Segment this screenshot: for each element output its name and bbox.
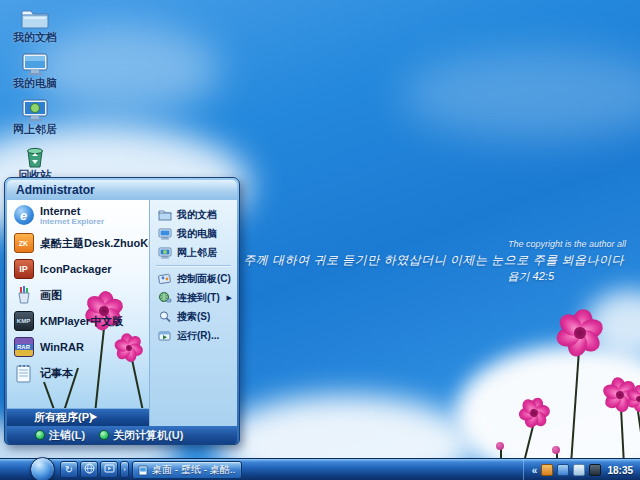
menu-item-label: 控制面板(C) — [177, 272, 231, 286]
tray-network-icon[interactable] — [557, 464, 569, 476]
flower-bud — [496, 442, 504, 450]
desktop-icons: 我的文档 我的电脑 网上邻居 回收站 — [4, 6, 66, 190]
connect-to-icon — [157, 290, 172, 305]
wallpaper-verse-text: 내가 주께 대하여 귀로 듣기만 하였삽더니 이제는 눈으로 주를 뵈옵나이다 — [214, 252, 624, 269]
start-menu-item-winrar[interactable]: RAR WinRAR — [7, 334, 149, 360]
all-programs-label: 所有程序(P) — [7, 410, 93, 425]
quick-launch-overflow-button[interactable]: › — [120, 461, 129, 478]
menu-item-label: KMPlayer中文版 — [40, 314, 123, 329]
desktop: The copyright is the author all 내가 주께 대하… — [0, 0, 640, 480]
menu-item-label: 记事本 — [40, 366, 73, 381]
wallpaper-verse-reference: 욥기 42:5 — [508, 269, 554, 284]
desktop-icon-network-places[interactable]: 网上邻居 — [4, 98, 66, 143]
task-window-icon — [138, 465, 148, 476]
desktop-icon-my-documents[interactable]: 我的文档 — [4, 6, 66, 51]
desktop-icon-label: 网上邻居 — [13, 123, 57, 136]
menu-item-label: WinRAR — [40, 341, 84, 353]
paint-icon — [13, 285, 34, 306]
submenu-arrow-icon: ▶ — [227, 294, 232, 302]
desktop-icon-label: 我的电脑 — [13, 77, 57, 90]
search-icon — [157, 309, 172, 324]
menu-item-label: 网上邻居 — [177, 246, 217, 260]
start-menu-item-search[interactable]: 搜索(S) — [150, 307, 237, 326]
run-icon — [157, 328, 172, 343]
notepad-icon — [13, 363, 34, 384]
quick-launch-show-desktop-button[interactable]: ↻ — [60, 461, 78, 478]
show-desktop-icon: ↻ — [65, 464, 73, 475]
menu-item-label: 画图 — [40, 288, 62, 303]
all-programs-button[interactable]: 所有程序(P) ▶ — [7, 408, 149, 426]
menu-item-label: 我的文档 — [177, 208, 217, 222]
task-button-label: 桌面 - 壁纸 - 桌酷... — [152, 463, 236, 477]
quick-launch-media-player-button[interactable] — [100, 461, 118, 478]
zhuoku-app-icon: ZK — [13, 233, 34, 254]
flower — [553, 306, 608, 361]
menu-item-label: 连接到(T) — [177, 291, 220, 305]
my-documents-folder-icon — [20, 6, 50, 31]
start-menu-item-network-places[interactable]: 网上邻居 — [150, 243, 237, 262]
menu-separator — [156, 265, 231, 266]
start-menu-item-kmplayer[interactable]: KMP KMPlayer中文版 — [7, 308, 149, 334]
my-computer-icon — [157, 226, 172, 241]
start-menu-item-my-documents[interactable]: 我的文档 — [150, 205, 237, 224]
menu-item-label: 桌酷主题Desk.ZhuoKu.Com — [40, 236, 149, 251]
menu-item-label: 我的电脑 — [177, 227, 217, 241]
flower — [626, 386, 640, 412]
tray-display-icon[interactable] — [573, 464, 585, 476]
turn-off-icon — [99, 430, 109, 440]
log-off-icon — [35, 430, 45, 440]
taskbar-task-button[interactable]: 桌面 - 壁纸 - 桌酷... — [132, 461, 242, 479]
winrar-icon: RAR — [13, 337, 34, 358]
start-button[interactable] — [30, 457, 55, 480]
tray-app-icon[interactable] — [541, 464, 553, 476]
kmplayer-icon: KMP — [13, 311, 34, 332]
start-menu-footer: 注销(L) 关闭计算机(U) — [7, 426, 237, 444]
quick-launch-internet-explorer-button[interactable] — [80, 461, 98, 478]
network-places-icon — [157, 245, 172, 260]
iconpackager-icon: IP — [13, 259, 34, 280]
quick-launch-bar: ↻ › — [60, 461, 129, 478]
internet-explorer-icon — [84, 463, 95, 476]
start-menu-item-internet[interactable]: e Internet Internet Explorer — [7, 200, 149, 230]
menu-item-label: IconPackager — [40, 263, 112, 275]
turn-off-computer-button[interactable]: 关闭计算机(U) — [99, 428, 183, 443]
menu-item-label: 运行(R)... — [177, 329, 219, 343]
turn-off-label: 关闭计算机(U) — [113, 428, 183, 443]
menu-item-label: 搜索(S) — [177, 310, 210, 324]
start-menu-pinned-list: e Internet Internet Explorer ZK 桌酷主题Desk… — [7, 200, 149, 408]
start-menu-item-notepad[interactable]: 记事本 — [7, 360, 149, 386]
start-menu-item-connect-to[interactable]: 连接到(T) ▶ — [150, 288, 237, 307]
system-tray: « 18:35 — [523, 459, 640, 480]
all-programs-arrow-icon: ▶ — [91, 412, 97, 421]
start-menu: Administrator — [4, 177, 240, 445]
internet-explorer-icon: e — [13, 205, 34, 226]
tray-volume-icon[interactable] — [589, 464, 601, 476]
network-places-icon — [20, 98, 50, 123]
start-menu-user-banner: Administrator — [7, 180, 237, 200]
start-menu-item-zhuoku-theme[interactable]: ZK 桌酷主题Desk.ZhuoKu.Com — [7, 230, 149, 256]
start-menu-item-my-computer[interactable]: 我的电脑 — [150, 224, 237, 243]
taskbar-clock[interactable]: 18:35 — [607, 465, 633, 476]
my-documents-icon — [157, 207, 172, 222]
media-player-icon — [104, 463, 115, 476]
start-menu-item-control-panel[interactable]: 控制面板(C) — [150, 269, 237, 288]
tray-collapse-chevron-icon[interactable]: « — [532, 465, 538, 476]
desktop-icon-my-computer[interactable]: 我的电脑 — [4, 52, 66, 97]
start-menu-item-run[interactable]: 运行(R)... — [150, 326, 237, 345]
start-menu-item-iconpackager[interactable]: IP IconPackager — [7, 256, 149, 282]
taskbar: ↻ › 桌面 - 壁纸 - 桌酷... « — [0, 458, 640, 480]
log-off-button[interactable]: 注销(L) — [35, 428, 85, 443]
my-computer-icon — [20, 52, 50, 77]
log-off-label: 注销(L) — [49, 428, 85, 443]
start-menu-item-paint[interactable]: 画图 — [7, 282, 149, 308]
menu-item-sublabel: Internet Explorer — [40, 217, 104, 226]
chevron-right-icon: › — [123, 465, 126, 474]
flower-bud — [552, 446, 560, 454]
start-menu-places-list: 我的文档 我的电脑 网上邻居 — [149, 200, 237, 426]
menu-item-label: Internet — [40, 205, 104, 217]
user-name: Administrator — [16, 183, 95, 197]
recycle-bin-icon — [20, 144, 50, 169]
desktop-icon-label: 我的文档 — [13, 31, 57, 44]
wallpaper-copyright-text: The copyright is the author all — [508, 239, 626, 249]
control-panel-icon — [157, 271, 172, 286]
